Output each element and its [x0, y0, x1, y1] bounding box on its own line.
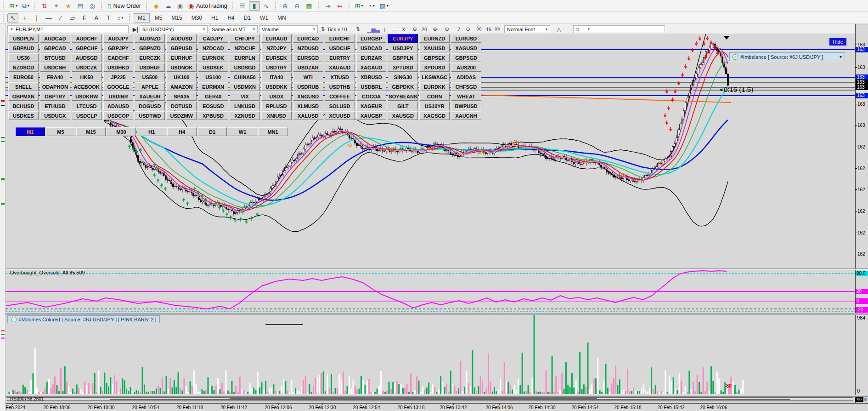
vertical-style-button[interactable]: |	[382, 25, 388, 33]
terminal-button[interactable]: ▤	[75, 1, 86, 11]
symbol-button-amazon[interactable]: AMAZON	[166, 82, 197, 91]
minus-circle-icon[interactable]: ⊖	[411, 25, 418, 33]
chart-timeframe-m5[interactable]: M5	[46, 127, 75, 136]
symbol-button-xauaud[interactable]: XAUAUD	[325, 63, 355, 72]
symbol-button-nzdsgd[interactable]: NZDSGD	[8, 63, 39, 72]
symbol-button-cadchf[interactable]: CADCHF	[103, 53, 134, 62]
volumes-indicator-label[interactable]: #Volumes Colored [ Source: #6J USD/JPY ]…	[7, 315, 160, 323]
symbol-button-nzdcad[interactable]: NZDCAD	[198, 44, 228, 52]
symbol-button-odaphon[interactable]: ODAPHON	[40, 82, 70, 91]
pane-splitter[interactable]	[6, 268, 868, 270]
symbol-button-xausgd[interactable]: XAUSGD	[388, 111, 418, 120]
symbol-button-eurhuf[interactable]: EURHUF	[166, 53, 197, 62]
down-triangle-marker[interactable]	[723, 36, 730, 40]
symbol-button-eurchf[interactable]: EURCHF	[325, 34, 355, 43]
symbol-button-nzdchf[interactable]: NZDCHF	[230, 44, 260, 52]
chart-timeframe-m15[interactable]: M15	[76, 127, 106, 136]
symbol-button-usdhuf[interactable]: USDHUF	[135, 63, 165, 72]
symbol-button-bchusd[interactable]: BCHUSD	[8, 102, 39, 110]
histogram-icon[interactable]: ▁▅▃	[368, 25, 378, 33]
rsi-pane[interactable]	[6, 396, 855, 402]
symbol-button-xalusd[interactable]: XALUSD	[293, 111, 323, 120]
symbol-button-usdkes[interactable]: USDKES	[8, 111, 39, 120]
symbol-button-usdhkd[interactable]: USDHKD	[103, 63, 134, 72]
symbol-button-usdcop[interactable]: USDCOP	[103, 111, 134, 120]
horizontal-line-tool-button[interactable]: —	[43, 13, 54, 23]
symbol-button-xagaud[interactable]: XAGAUD	[356, 63, 387, 72]
close-style-button[interactable]: X	[400, 25, 407, 33]
trendline-tool-button[interactable]: ∕	[55, 13, 66, 23]
zoom-out-button[interactable]: ⊖	[292, 1, 303, 11]
symbol-button-audsgd[interactable]: AUDSGD	[72, 53, 102, 62]
chart-timeframe-m30[interactable]: M30	[107, 127, 136, 136]
symbol-button-xniusd[interactable]: XNIUSD	[261, 111, 292, 120]
symbol-button-us10yr[interactable]: US10YR	[419, 102, 450, 110]
symbol-button-gbpusd[interactable]: GBPUSD	[166, 44, 197, 52]
chart-timeframe-mn1[interactable]: MN1	[258, 127, 287, 136]
symbol-button-eurpln[interactable]: EURPLN	[230, 53, 260, 62]
symbol-button-audusd[interactable]: AUDUSD	[166, 34, 197, 43]
arrows-tool-tool-button[interactable]: ↕	[115, 13, 126, 23]
symbol-button-gbppln[interactable]: GBPPLN	[388, 53, 418, 62]
symbol-button-xagusd[interactable]: XAGUSD	[451, 44, 481, 52]
chevron-down-icon[interactable]	[28, 4, 29, 8]
timeframe-h4-button[interactable]: H4	[223, 13, 238, 23]
symbol-button-lkswagc[interactable]: LKSWAGC	[419, 73, 450, 81]
profiles-button[interactable]: ⧉	[20, 1, 31, 11]
symbol-button-gbpnzd[interactable]: GBPNZD	[135, 44, 165, 52]
bar-chart-button[interactable]: ☰	[237, 1, 248, 11]
symbol-button-xptusd[interactable]: XPTUSD	[388, 63, 418, 72]
font-dropdown[interactable]: Normal Font	[504, 25, 550, 33]
symbol-button-eursgd[interactable]: EURSGD	[293, 53, 323, 62]
chart-timeframe-w1[interactable]: W1	[228, 127, 257, 136]
symbol-button-usdczk[interactable]: USDCZK	[72, 63, 102, 72]
symbol-button-adidas[interactable]: ADIDAS	[451, 73, 481, 81]
symbol-button-usdsgd[interactable]: USDSGD	[230, 63, 260, 72]
symbol-button-xtiusd[interactable]: XTIUSD	[325, 73, 355, 81]
symbol-button-xaueur[interactable]: XAUEUR	[135, 92, 165, 101]
plus-circle-icon[interactable]: ⊕	[432, 25, 438, 33]
oscillator-pane[interactable]	[6, 270, 855, 313]
line-chart-button[interactable]: ∿	[261, 1, 272, 11]
timeframe-m30-button[interactable]: M30	[187, 13, 206, 23]
symbol-button-audchf[interactable]: AUDCHF	[72, 34, 102, 43]
symbol-button-corn[interactable]: CORN	[419, 92, 450, 101]
symbol-button-usdugx[interactable]: USDUGX	[40, 111, 70, 120]
symbol-button-nzdusd[interactable]: NZDUSD	[293, 44, 323, 52]
chevron-down-icon[interactable]	[121, 16, 123, 20]
symbol-button-usdzmw[interactable]: USDZMW	[166, 111, 197, 120]
symbol-button-nzdjpy[interactable]: NZDJPY	[261, 44, 292, 52]
symbol-button-soybeans[interactable]: SOYBEANS	[388, 92, 418, 101]
symbol-button-uk100[interactable]: UK100	[166, 73, 197, 81]
symbol-button-eosusd[interactable]: EOSUSD	[198, 102, 228, 110]
chevron-down-icon[interactable]	[373, 4, 375, 8]
hide-button[interactable]: Hide	[829, 38, 846, 46]
symbol-button-fra40[interactable]: FRA40	[40, 73, 70, 81]
indicators-button[interactable]: ▨	[378, 1, 390, 11]
symbol-button-usdsek[interactable]: USDSEK	[198, 63, 228, 72]
symbol-button-usdinr[interactable]: USDINR	[103, 92, 134, 101]
cursor-tool-button[interactable]: ↖	[7, 13, 18, 23]
symbol-button-aus200[interactable]: AUS200	[451, 63, 481, 72]
scroll-to-end-button[interactable]: ⇥	[322, 1, 333, 11]
symbol-button-xauusd[interactable]: XAUUSD	[419, 44, 450, 52]
timeframe-m15-button[interactable]: M15	[167, 13, 186, 23]
symbol-button-gbptry[interactable]: GBPTRY	[40, 92, 70, 101]
symbol-button-solusd[interactable]: SOLUSD	[325, 102, 355, 110]
symbol-button-eurusd[interactable]: EURUSD	[451, 34, 481, 43]
symbol-button-ger40[interactable]: GER40	[198, 92, 228, 101]
symbol-button-eurmxn[interactable]: EURMXN	[198, 82, 228, 91]
symbol-button-wti[interactable]: WTI	[293, 73, 323, 81]
chart-timeframe-h1[interactable]: H1	[137, 127, 166, 136]
symbol-button-coffee[interactable]: COFFEE	[325, 92, 355, 101]
new-order-button[interactable]: ▯New Order	[106, 1, 143, 11]
symbol-button-usdthb[interactable]: USDTHB	[325, 82, 355, 91]
symbol-button-audnzd[interactable]: AUDNZD	[135, 34, 165, 43]
up-circle-icon[interactable]: ⊙	[465, 25, 471, 33]
spinner-icon[interactable]: ⇅	[320, 25, 326, 33]
symbol-button-usdbrl[interactable]: USDBRL	[356, 82, 387, 91]
symbol-button-bwpusd[interactable]: BWPUSD	[451, 102, 481, 110]
timeframe-m5-button[interactable]: M5	[151, 13, 167, 23]
time-axis[interactable]: 20 Feb 202420 Feb 10:0620 Feb 10:3020 Fe…	[6, 403, 868, 411]
chevron-down-icon[interactable]	[387, 4, 389, 8]
